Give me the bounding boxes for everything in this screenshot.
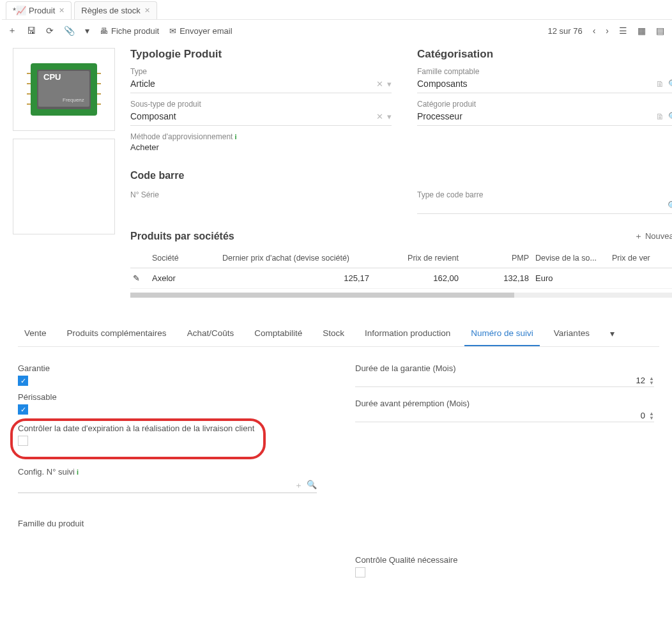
form-view-icon[interactable]: ▤ xyxy=(656,26,664,36)
duree-peremption-label: Durée avant péremption (Mois) xyxy=(355,399,654,408)
horizontal-scrollbar[interactable] xyxy=(130,293,672,298)
fiche-produit-button[interactable]: 🖶 Fiche produit xyxy=(100,26,159,36)
codebarre-title: Code barre xyxy=(130,170,672,181)
attachment-icon[interactable]: 📎 xyxy=(64,26,75,36)
print-icon: 🖶 xyxy=(100,26,108,36)
tracking-left-col: Garantie ✓ Périssable ✓ Contrôler la dat… xyxy=(18,357,317,579)
envoy-label: Envoyer email xyxy=(179,26,232,36)
form-column: Typologie Produit Type Article ✕▾ Sous-t… xyxy=(130,48,672,298)
garantie-checkbox[interactable]: ✓ xyxy=(18,376,28,386)
config-suivi-field[interactable]: ＋🔍 xyxy=(18,479,317,493)
tab-produits-complementaires[interactable]: Produits complémentaires xyxy=(61,322,173,346)
add-icon[interactable]: ＋ xyxy=(8,25,17,36)
add-icon[interactable]: ＋ xyxy=(294,480,303,491)
method-value: Acheter xyxy=(130,142,392,152)
categorie-value: Processeur xyxy=(417,111,462,121)
open-icon[interactable]: 🗎 xyxy=(656,79,664,89)
tab-achat-couts[interactable]: Achat/Coûts xyxy=(181,322,241,346)
cell-dernier: 125,17 xyxy=(222,273,369,283)
qualite-checkbox[interactable] xyxy=(355,567,365,577)
cell-pmp: 132,18 xyxy=(459,273,529,283)
search-icon[interactable]: 🔍 xyxy=(668,201,672,211)
cell-devise: Euro xyxy=(529,273,612,283)
perissable-checkbox[interactable]: ✓ xyxy=(18,404,28,415)
controler-label: Contrôler la date d'expiration à la réal… xyxy=(18,424,317,433)
close-icon[interactable]: ✕ xyxy=(144,6,150,15)
chevron-down-icon[interactable]: ▾ xyxy=(387,112,392,121)
info-icon[interactable]: i xyxy=(77,468,79,476)
duree-garantie-input[interactable]: 12 ▲▼ xyxy=(355,374,654,387)
open-icon[interactable]: 🗎 xyxy=(656,112,664,121)
tab-comptabilite[interactable]: Comptabilité xyxy=(248,322,309,346)
product-image-2[interactable] xyxy=(13,139,115,234)
produits-societes-title: Produits par sociétés xyxy=(130,231,234,241)
tab-variantes[interactable]: Variantes xyxy=(547,322,596,346)
type-barcode-label: Type de code barre xyxy=(417,190,672,199)
grid-view-icon[interactable]: ▦ xyxy=(638,26,646,36)
envoyer-email-button[interactable]: ✉ Envoyer email xyxy=(169,26,232,36)
type-field[interactable]: Article ✕▾ xyxy=(130,76,392,93)
famille-produit-label: Famille du produit xyxy=(18,519,317,528)
categorie-field[interactable]: Processeur 🗎🔍 xyxy=(417,109,672,126)
dropdown-caret-icon[interactable]: ▾ xyxy=(85,26,89,36)
clear-icon[interactable]: ✕ xyxy=(376,79,383,89)
table-row[interactable]: ✎ Axelor 125,17 162,00 132,18 Euro xyxy=(130,268,672,289)
prev-icon[interactable]: ‹ xyxy=(593,26,596,36)
duree-peremption-input[interactable]: 0 ▲▼ xyxy=(355,409,654,422)
spinner-icon[interactable]: ▲▼ xyxy=(649,376,654,385)
tab-stock[interactable]: Stock xyxy=(316,322,351,346)
type-label: Type xyxy=(130,67,392,76)
search-icon[interactable]: 🔍 xyxy=(307,480,317,491)
type-value: Article xyxy=(130,79,155,89)
detail-tabbar: Vente Produits complémentaires Achat/Coû… xyxy=(18,322,659,347)
close-icon[interactable]: ✕ xyxy=(59,6,65,15)
section-title: Catégorisation xyxy=(417,48,672,61)
cell-revient: 162,00 xyxy=(369,273,459,283)
chevron-down-icon[interactable]: ▾ xyxy=(387,79,392,89)
col-dernier: Dernier prix d'achat (devise société) xyxy=(222,254,369,263)
list-view-icon[interactable]: ☰ xyxy=(619,26,627,36)
tab-label: Produit xyxy=(29,6,55,15)
col-revient: Prix de revient xyxy=(369,254,459,263)
tab-information-production[interactable]: Information production xyxy=(358,322,457,346)
tracking-panel: Garantie ✓ Périssable ✓ Contrôler la dat… xyxy=(0,347,672,590)
col-pmp: PMP xyxy=(459,254,529,263)
tab-numero-suivi[interactable]: Numéro de suivi xyxy=(464,322,540,346)
famille-value: Composants xyxy=(417,79,468,89)
svg-text:CPU: CPU xyxy=(43,72,61,82)
main-area: CPU Frequenz Typologie Produit Type Arti… xyxy=(0,42,672,304)
clear-icon[interactable]: ✕ xyxy=(376,112,383,121)
famille-field[interactable]: Composants 🗎🔍 xyxy=(417,76,672,93)
barcode-type-field[interactable]: 🔍 xyxy=(417,201,672,214)
spinner-icon[interactable]: ▲▼ xyxy=(649,411,654,420)
scrollbar-thumb[interactable] xyxy=(130,293,514,298)
edit-icon[interactable]: ✎ xyxy=(133,273,152,283)
section-title: Typologie Produit xyxy=(130,48,392,61)
tab-produit[interactable]: * 📈 Produit ✕ xyxy=(6,1,72,19)
garantie-label: Garantie xyxy=(18,363,317,373)
method-label: Méthode d'approvisionnementi xyxy=(130,132,392,141)
duree-garantie-value: 12 xyxy=(636,376,645,385)
controler-checkbox[interactable] xyxy=(18,436,28,446)
typologie-section: Typologie Produit Type Article ✕▾ Sous-t… xyxy=(130,48,392,152)
subtype-label: Sous-type de produit xyxy=(130,100,392,109)
subtype-field[interactable]: Composant ✕▾ xyxy=(130,109,392,126)
tab-more[interactable]: ▾ xyxy=(604,322,621,346)
toolbar: ＋ 🖫 ⟳ 📎 ▾ 🖶 Fiche produit ✉ Envoyer emai… xyxy=(0,20,672,42)
refresh-icon[interactable]: ⟳ xyxy=(46,26,54,36)
product-image-1[interactable]: CPU Frequenz xyxy=(13,48,115,131)
perissable-label: Périssable xyxy=(18,392,317,402)
cell-societe: Axelor xyxy=(152,273,222,283)
nouveau-button[interactable]: ＋ Nouveau xyxy=(634,231,672,242)
search-icon[interactable]: 🔍 xyxy=(668,112,672,121)
config-suivi-label: Config. N° suivii xyxy=(18,467,317,477)
duree-peremption-value: 0 xyxy=(641,411,645,420)
next-icon[interactable]: › xyxy=(606,26,609,36)
fiche-label: Fiche produit xyxy=(111,26,159,36)
tab-regles-stock[interactable]: Règles de stock ✕ xyxy=(74,1,157,19)
save-icon[interactable]: 🖫 xyxy=(27,26,36,36)
tab-vente[interactable]: Vente xyxy=(18,322,53,346)
serie-label: N° Série xyxy=(130,190,392,199)
info-icon[interactable]: i xyxy=(234,133,236,141)
search-icon[interactable]: 🔍 xyxy=(668,79,672,89)
